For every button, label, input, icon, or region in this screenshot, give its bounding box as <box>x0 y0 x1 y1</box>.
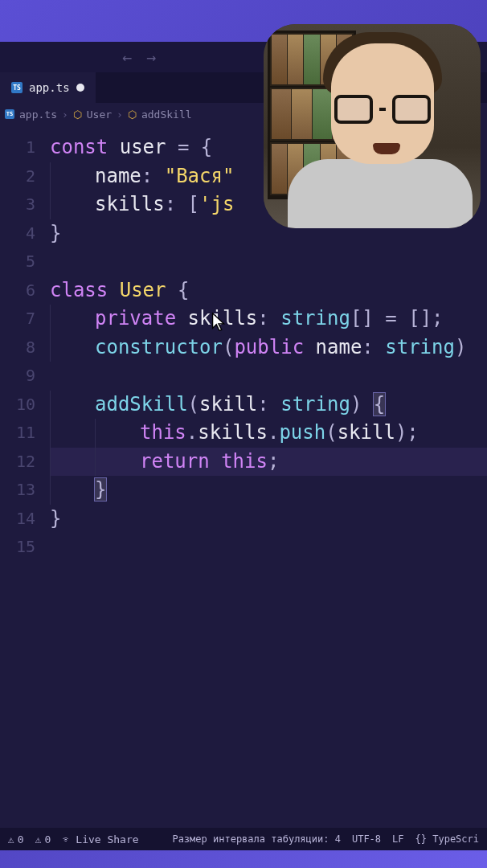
token-punc: ; <box>268 450 279 473</box>
token-kw: class <box>50 279 108 301</box>
code-line[interactable]: } <box>50 505 487 534</box>
token-punc: : <box>257 307 268 330</box>
code-line[interactable]: private skills: string[] = []; <box>50 305 487 334</box>
typescript-icon: TS <box>11 82 23 93</box>
method-icon: ⬡ <box>128 108 137 121</box>
token-punc: [] <box>350 307 374 330</box>
token-var: skill <box>199 393 257 416</box>
token-fn: constructor <box>95 336 223 358</box>
token-var: skill <box>338 421 395 444</box>
webcam-overlay <box>264 24 481 228</box>
line-number: 1 <box>0 133 35 162</box>
token-str: 'js <box>199 193 234 215</box>
line-number: 11 <box>0 419 35 448</box>
line-number: 15 <box>0 533 35 562</box>
token-punc: ( <box>188 393 199 416</box>
line-number: 8 <box>0 334 35 362</box>
token-op: = <box>178 136 189 158</box>
line-gutter: 123456789101112131415 <box>0 125 50 850</box>
token-punc: ( <box>223 336 234 358</box>
code-line[interactable] <box>50 362 487 391</box>
broadcast-icon: ᯤ <box>62 833 72 845</box>
tab-app-ts[interactable]: TS app.ts <box>0 72 96 103</box>
line-number: 7 <box>0 305 35 334</box>
line-number: 3 <box>0 190 35 219</box>
class-icon: ⬡ <box>73 108 82 121</box>
token-prop: skills <box>95 193 165 215</box>
errors-indicator[interactable]: ⚠ 0 <box>8 833 24 845</box>
token-op: = <box>385 307 396 330</box>
code-line[interactable]: this.skills.push(skill); <box>50 419 487 448</box>
warnings-indicator[interactable]: ⚠ 0 <box>35 833 51 845</box>
token-mod: public <box>234 336 304 358</box>
tab-size-button[interactable]: Размер интервала табуляции: 4 <box>172 833 341 845</box>
back-icon[interactable]: ← <box>122 47 132 67</box>
typescript-icon: TS <box>5 109 14 119</box>
breadcrumb-method: addSkill <box>141 108 192 121</box>
language-mode-button[interactable]: {} TypeScri <box>415 833 479 845</box>
token-punc: } <box>50 222 61 244</box>
breadcrumb-class: User <box>87 108 112 121</box>
token-punc: . <box>268 421 279 444</box>
live-share-label: Live Share <box>76 833 138 845</box>
line-number: 2 <box>0 162 35 191</box>
code-area: 123456789101112131415 const user = {name… <box>0 125 487 850</box>
token-punc: : <box>257 393 268 416</box>
token-type: string <box>280 393 350 416</box>
tab-label: app.ts <box>29 81 70 94</box>
line-number: 13 <box>0 476 35 505</box>
line-number: 12 <box>0 448 35 477</box>
token-prop: skills <box>188 307 258 330</box>
code-line[interactable]: addSkill(skill: string) { <box>50 391 487 420</box>
token-str: "Вася" <box>165 165 235 187</box>
token-fn: push <box>279 421 325 444</box>
chevron-right-icon: › <box>117 108 123 121</box>
token-var: user <box>120 136 166 158</box>
token-punc: []; <box>408 307 443 330</box>
token-kw: return <box>140 450 210 473</box>
breadcrumb-file: app.ts <box>19 108 57 121</box>
token-punc: } <box>50 507 61 530</box>
code-line[interactable]: return this; <box>50 448 487 477</box>
line-number: 4 <box>0 219 35 248</box>
nav-arrows: ← → <box>122 47 156 67</box>
code-line[interactable]: constructor(public name: string) <box>50 334 487 362</box>
token-punc: ( <box>325 421 337 444</box>
token-punc-m: { <box>374 393 385 416</box>
eol-button[interactable]: LF <box>392 833 403 845</box>
token-kw: this <box>221 450 268 473</box>
token-fn: addSkill <box>95 393 188 416</box>
error-count: 0 <box>18 833 24 845</box>
forward-icon[interactable]: → <box>146 47 156 67</box>
code-content[interactable]: const user = {name: "Вася"skills: ['js}c… <box>50 125 487 850</box>
token-punc: ) <box>455 336 466 358</box>
token-punc: . <box>186 421 198 444</box>
code-line[interactable] <box>50 533 487 562</box>
token-punc: ) <box>350 393 362 416</box>
token-punc: { <box>201 136 212 158</box>
code-line[interactable]: class User { <box>50 276 487 305</box>
code-line[interactable]: } <box>50 476 487 505</box>
token-punc: [ <box>188 193 199 215</box>
token-type: string <box>280 307 350 330</box>
live-share-button[interactable]: ᯤ Live Share <box>62 833 138 845</box>
token-kw: const <box>50 136 108 158</box>
line-number: 9 <box>0 362 35 391</box>
code-line[interactable] <box>50 248 487 276</box>
warning-count: 0 <box>44 833 51 845</box>
encoding-button[interactable]: UTF-8 <box>352 833 381 845</box>
token-prop: name <box>95 165 141 187</box>
chevron-right-icon: › <box>62 108 68 121</box>
braces-icon: {} <box>415 833 427 845</box>
token-punc: : <box>362 336 373 358</box>
line-number: 5 <box>0 248 35 276</box>
language-label: TypeScri <box>432 833 479 845</box>
token-punc: : <box>141 165 153 187</box>
line-number: 6 <box>0 276 35 305</box>
token-kw: this <box>140 421 186 444</box>
token-punc-m: } <box>95 478 106 501</box>
token-punc: { <box>178 279 189 301</box>
status-bar: ⚠ 0 ⚠ 0 ᯤ Live Share Размер интервала та… <box>0 828 487 850</box>
warning-icon: ⚠ <box>35 833 42 845</box>
token-prop: skills <box>198 421 268 444</box>
